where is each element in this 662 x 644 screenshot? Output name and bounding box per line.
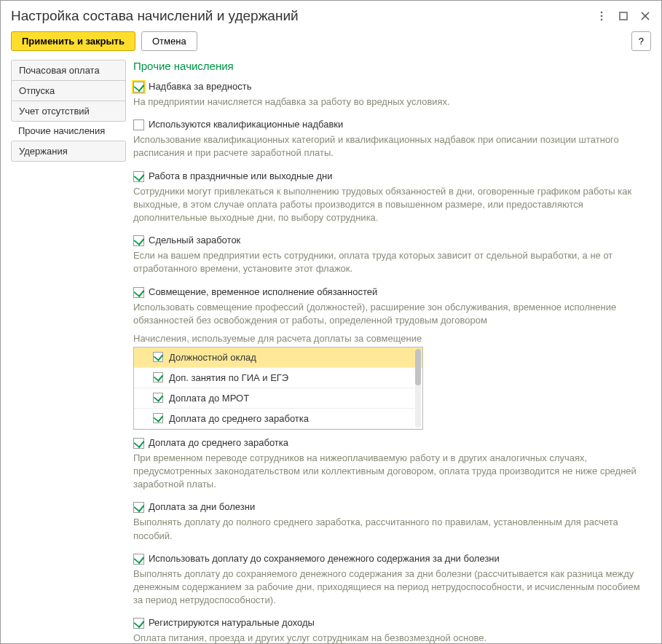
window-buttons xyxy=(596,10,651,22)
maximize-icon[interactable] xyxy=(618,10,629,22)
titlebar: Настройка состава начислений и удержаний xyxy=(11,8,651,24)
natural-desc: Оплата питания, проезда и других услуг с… xyxy=(133,632,651,644)
list-item-checkbox[interactable] xyxy=(153,393,163,403)
list-item-label: Доп. занятия по ГИА и ЕГЭ xyxy=(169,372,288,383)
sidebar-nav: Почасовая оплата Отпуска Учет отсутствий… xyxy=(11,60,126,644)
cancel-button[interactable]: Отмена xyxy=(141,31,197,51)
body: Почасовая оплата Отпуска Учет отсутствий… xyxy=(11,60,651,644)
option-hazard: Надбавка за вредность xyxy=(133,81,651,93)
window: Настройка состава начислений и удержаний… xyxy=(0,0,662,644)
apply-close-button[interactable]: Применить и закрыть xyxy=(11,31,135,51)
toolbar: Применить и закрыть Отмена ? xyxy=(11,31,651,51)
avg-desc: При временном переводе сотрудников на ни… xyxy=(133,452,651,492)
combo-listbox-wrap: Начисления, используемые для расчета доп… xyxy=(133,333,651,430)
hazard-checkbox[interactable] xyxy=(133,82,144,93)
avg-checkbox[interactable] xyxy=(133,438,144,449)
natural-label: Регистрируются натуральные доходы xyxy=(149,617,315,628)
nav-item-deductions[interactable]: Удержания xyxy=(11,141,126,162)
list-item-checkbox[interactable] xyxy=(153,372,163,382)
option-natural: Регистрируются натуральные доходы xyxy=(133,617,651,629)
nav-item-vacation[interactable]: Отпуска xyxy=(11,80,126,101)
help-button[interactable]: ? xyxy=(631,31,651,51)
sick-keep-desc: Выполнять доплату до сохраняемого денежн… xyxy=(133,568,651,608)
window-title: Настройка состава начислений и удержаний xyxy=(11,8,299,24)
list-item[interactable]: Должностной оклад xyxy=(134,347,422,368)
option-combo: Совмещение, временное исполнение обязанн… xyxy=(133,286,651,298)
option-piece: Сдельный заработок xyxy=(133,235,651,246)
option-sick-keep: Использовать доплату до сохраняемого ден… xyxy=(133,553,651,565)
list-item[interactable]: Доплата до среднего заработка xyxy=(134,409,422,429)
combo-label: Совмещение, временное исполнение обязанн… xyxy=(149,286,377,297)
svg-point-2 xyxy=(601,19,603,21)
nav-item-hourly[interactable]: Почасовая оплата xyxy=(11,60,126,81)
list-item-label: Доплата до МРОТ xyxy=(169,393,249,404)
option-avg: Доплата до среднего заработка xyxy=(133,437,651,449)
avg-label: Доплата до среднего заработка xyxy=(149,437,288,448)
holiday-desc: Сотрудники могут привлекаться к выполнен… xyxy=(133,185,651,225)
more-icon[interactable] xyxy=(596,10,607,22)
sick-label: Доплата за дни болезни xyxy=(149,501,255,512)
combo-checkbox[interactable] xyxy=(133,287,144,298)
holiday-label: Работа в праздничные или выходные дни xyxy=(149,170,332,181)
list-item-checkbox[interactable] xyxy=(153,352,163,362)
list-item-label: Доплата до среднего заработка xyxy=(169,413,309,424)
piece-checkbox[interactable] xyxy=(133,235,144,246)
hazard-label: Надбавка за вредность xyxy=(149,81,251,92)
sick-checkbox[interactable] xyxy=(133,502,144,513)
svg-point-1 xyxy=(601,15,603,17)
option-sick: Доплата за дни болезни xyxy=(133,501,651,513)
scroll-thumb[interactable] xyxy=(415,349,421,385)
piece-desc: Если на вашем предприятии есть сотрудник… xyxy=(133,249,651,275)
svg-point-0 xyxy=(601,12,603,14)
list-item[interactable]: Доплата до МРОТ xyxy=(134,388,422,409)
close-icon[interactable] xyxy=(639,10,651,22)
piece-label: Сдельный заработок xyxy=(149,235,240,246)
section-title: Прочие начисления xyxy=(133,60,651,72)
holiday-checkbox[interactable] xyxy=(133,171,144,182)
hazard-desc: На предприятии начисляется надбавка за р… xyxy=(133,95,651,109)
list-item-label: Должностной оклад xyxy=(169,352,256,363)
natural-checkbox[interactable] xyxy=(133,618,144,629)
qual-desc: Использование квалификационных категорий… xyxy=(133,133,651,160)
nav-item-other-accruals[interactable]: Прочие начисления xyxy=(11,121,126,141)
list-item[interactable]: Доп. занятия по ГИА и ЕГЭ xyxy=(134,368,422,388)
listbox-label: Начисления, используемые для расчета доп… xyxy=(133,333,651,344)
list-item-checkbox[interactable] xyxy=(153,413,163,423)
combo-listbox[interactable]: Должностной оклад Доп. занятия по ГИА и … xyxy=(133,347,423,430)
listbox-scrollbar[interactable] xyxy=(415,349,421,428)
qual-label: Используются квалификационные надбавки xyxy=(149,119,343,130)
content: Прочие начисления Надбавка за вредность … xyxy=(133,60,651,644)
qual-checkbox[interactable] xyxy=(133,119,144,130)
svg-rect-3 xyxy=(620,12,627,20)
nav-item-absence[interactable]: Учет отсутствий xyxy=(11,101,126,122)
option-holiday: Работа в праздничные или выходные дни xyxy=(133,170,651,182)
sick-desc: Выполнять доплату до полного среднего за… xyxy=(133,516,651,542)
combo-desc: Использовать совмещение профессий (должн… xyxy=(133,301,651,327)
sick-keep-checkbox[interactable] xyxy=(133,554,144,565)
option-qual: Используются квалификационные надбавки xyxy=(133,119,651,130)
sick-keep-label: Использовать доплату до сохраняемого ден… xyxy=(149,553,500,564)
